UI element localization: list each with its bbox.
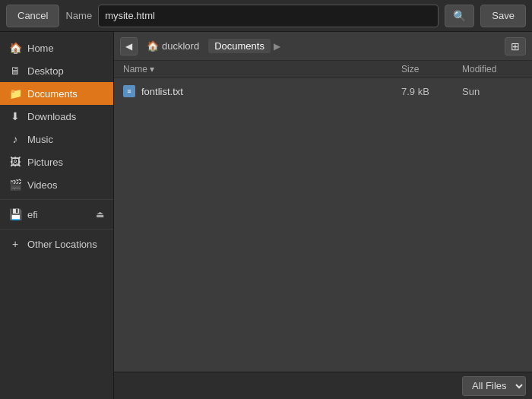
sidebar-item-label: Desktop	[27, 65, 104, 77]
file-content: ◀ 🏠 ducklord Documents ▶ ⊞ Name ▾ Size M…	[114, 32, 532, 399]
sidebar-item-documents[interactable]: 📁 Documents	[0, 82, 113, 105]
file-list: ≡ fontlist.txt 7.9 kB Sun	[114, 78, 532, 372]
sidebar-item-label: Downloads	[27, 111, 104, 122]
bottom-bar: All Files	[114, 372, 532, 399]
sidebar-divider	[0, 199, 113, 200]
breadcrumb-bar: ◀ 🏠 ducklord Documents ▶ ⊞	[114, 32, 532, 61]
main-layout: 🏠 Home 🖥 Desktop 📁 Documents ⬇ Downloads…	[0, 32, 532, 399]
sidebar-item-label: Other Locations	[27, 239, 104, 250]
sidebar-divider-2	[0, 229, 113, 230]
drive-icon: 💾	[9, 208, 21, 220]
sidebar: 🏠 Home 🖥 Desktop 📁 Documents ⬇ Downloads…	[0, 32, 114, 399]
cancel-button[interactable]: Cancel	[6, 5, 59, 27]
search-icon: 🔍	[453, 10, 466, 22]
table-row[interactable]: ≡ fontlist.txt 7.9 kB Sun	[114, 81, 532, 101]
downloads-icon: ⬇	[9, 110, 21, 122]
breadcrumb-documents[interactable]: Documents	[208, 39, 271, 53]
sidebar-item-label: Documents	[27, 88, 104, 100]
sidebar-item-label: Pictures	[27, 157, 104, 168]
breadcrumb-forward-icon: ▶	[274, 41, 280, 52]
sidebar-item-videos[interactable]: 🎬 Videos	[0, 173, 113, 196]
breadcrumb-home[interactable]: 🏠 ducklord	[141, 39, 205, 53]
breadcrumb-home-label: ducklord	[162, 40, 199, 52]
file-list-header: Name ▾ Size Modified	[114, 61, 532, 78]
pictures-icon: 🖼	[9, 156, 21, 168]
file-icon: ≡	[123, 85, 135, 97]
sidebar-item-efi[interactable]: 💾 efi ⏏	[0, 203, 113, 226]
home-breadcrumb-icon: 🏠	[147, 40, 159, 52]
sidebar-item-label: Videos	[27, 179, 104, 191]
back-icon: ◀	[125, 41, 132, 52]
file-name-cell: ≡ fontlist.txt	[123, 85, 401, 97]
file-size: 7.9 kB	[401, 86, 462, 97]
file-filter-select[interactable]: All Files	[462, 376, 526, 396]
sidebar-item-music[interactable]: ♪ Music	[0, 128, 113, 150]
sidebar-item-home[interactable]: 🏠 Home	[0, 36, 113, 59]
back-button[interactable]: ◀	[120, 37, 138, 55]
sidebar-item-other-locations[interactable]: + Other Locations	[0, 233, 113, 255]
sidebar-item-pictures[interactable]: 🖼 Pictures	[0, 150, 113, 173]
name-label: Name	[65, 10, 92, 21]
sidebar-item-desktop[interactable]: 🖥 Desktop	[0, 59, 113, 82]
sidebar-item-downloads[interactable]: ⬇ Downloads	[0, 105, 113, 128]
new-folder-icon: ⊞	[511, 40, 520, 52]
filename-input[interactable]	[98, 5, 439, 27]
documents-icon: 📁	[9, 87, 21, 100]
breadcrumb-current-label: Documents	[214, 40, 264, 52]
column-size: Size	[401, 64, 462, 74]
videos-icon: 🎬	[9, 179, 21, 191]
search-button[interactable]: 🔍	[445, 5, 474, 27]
column-name[interactable]: Name ▾	[123, 64, 401, 74]
plus-icon: +	[9, 238, 21, 250]
header-toolbar: Cancel Name 🔍 Save	[0, 0, 532, 32]
sidebar-item-label: efi	[27, 209, 38, 220]
desktop-icon: 🖥	[9, 65, 21, 77]
home-icon: 🏠	[9, 42, 21, 54]
sidebar-item-label: Music	[27, 134, 104, 145]
sort-icon: ▾	[150, 64, 154, 74]
music-icon: ♪	[9, 133, 21, 145]
save-button[interactable]: Save	[480, 5, 526, 27]
eject-icon[interactable]: ⏏	[96, 209, 104, 220]
new-folder-button[interactable]: ⊞	[505, 37, 526, 55]
column-modified: Modified	[462, 64, 523, 74]
sidebar-item-label: Home	[27, 43, 104, 54]
file-name: fontlist.txt	[141, 86, 183, 97]
file-modified: Sun	[462, 86, 523, 97]
